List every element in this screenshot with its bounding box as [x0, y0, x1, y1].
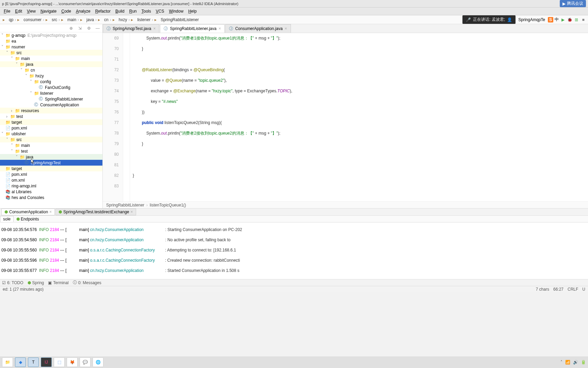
menu-view[interactable]: View — [24, 8, 38, 14]
expand-arrow-icon[interactable]: ˅ — [6, 137, 10, 142]
tree-node-test[interactable]: ˅📁test — [0, 148, 102, 154]
tree-node-cn[interactable]: ˅📁cn — [0, 67, 102, 73]
menu-vcs[interactable]: VCS — [153, 8, 167, 14]
expand-arrow-icon[interactable]: ˅ — [11, 56, 15, 61]
menu-help[interactable]: Help — [186, 8, 199, 14]
run-tab-test[interactable]: ⬢ SpringAmqpTest.testdirectExchange × — [55, 209, 136, 215]
crumb-cn[interactable]: ▸cn — [97, 17, 109, 22]
crumb-class[interactable]: SpringRabbitListener — [106, 203, 144, 208]
sub-tab-endpoints[interactable]: ⬢ Endpoints — [14, 216, 42, 222]
menu-run[interactable]: Run — [127, 8, 139, 14]
status-line-separator[interactable]: CRLF — [568, 287, 578, 292]
status-caret-position[interactable]: 66:27 — [553, 287, 564, 292]
fold-column[interactable] — [123, 33, 130, 201]
sub-tab-console[interactable]: sole — [0, 216, 14, 222]
code-editor[interactable]: System.out.println("消费者1接收到topic.queue1的… — [130, 33, 588, 201]
tree-node-ringamqpiml[interactable]: 📄ring-amqp.iml — [0, 183, 102, 189]
crumb-hxzy[interactable]: ▸hxzy — [112, 17, 128, 22]
network-icon[interactable]: 📶 — [565, 360, 570, 365]
collapse-icon[interactable]: ⇲ — [77, 26, 83, 31]
spring-tool-button[interactable]: ⬢Spring — [28, 280, 44, 285]
expand-arrow-icon[interactable]: ˅ — [6, 50, 10, 55]
terminal-tool-button[interactable]: ▣Terminal — [48, 280, 68, 285]
chrome-icon[interactable]: 🌐 — [93, 357, 103, 367]
expand-arrow-icon[interactable]: ˅ — [30, 91, 34, 96]
tree-node-listener[interactable]: ˅📁listener — [0, 90, 102, 96]
menu-file[interactable]: File — [1, 8, 13, 14]
close-icon[interactable]: × — [285, 26, 287, 31]
run-icon[interactable]: ▶ — [560, 17, 566, 22]
crumb-src[interactable]: ▸src — [45, 17, 58, 22]
menu-code[interactable]: Code — [59, 8, 74, 14]
crumb-listener[interactable]: ▸listener — [130, 17, 151, 22]
expand-arrow-icon[interactable]: ˅ — [11, 149, 15, 154]
menu-build[interactable]: Build — [113, 8, 127, 14]
wechat-icon[interactable]: 💬 — [80, 357, 91, 367]
system-tray[interactable]: ˄ 📶 🔊 🔋 — [560, 360, 586, 365]
target-icon[interactable]: ⊕ — [68, 26, 74, 31]
editor-tab-SpringAmqpTestjava[interactable]: ⒿSpringAmqpTest.java× — [103, 24, 159, 33]
menu-window[interactable]: Window — [166, 8, 186, 14]
close-icon[interactable]: × — [153, 26, 156, 31]
crumb-main[interactable]: ▸main — [61, 17, 77, 22]
editor-tab-ConsumerApplicationjava[interactable]: ⒿConsumerApplication.java× — [225, 24, 291, 33]
close-icon[interactable]: × — [49, 210, 52, 214]
firefox-icon[interactable]: 🦊 — [67, 357, 78, 367]
tree-node-hesandconsoles[interactable]: 📚hes and Consoles — [0, 195, 102, 200]
tree-node-gamqp[interactable]: ˅📁g-amqpE:\javaProject\spring-amqp — [0, 32, 102, 38]
tree-node-pomxml[interactable]: 📄pom.xml — [0, 171, 102, 177]
editor-breadcrumb[interactable]: SpringRabbitListener › listenTopicQueue1… — [103, 201, 588, 208]
menu-edit[interactable]: Edit — [13, 8, 24, 14]
tree-node-ea[interactable]: 📁ea — [0, 38, 102, 44]
tree-node-target[interactable]: 📁target — [0, 166, 102, 171]
breadcrumb[interactable]: ▸qp›▸consumer›▸src›▸main›▸java›▸cn›▸hxzy… — [2, 17, 199, 22]
debug-icon[interactable]: 🐞 — [567, 17, 572, 22]
tree-node-allibraries[interactable]: 📚al Libraries — [0, 189, 102, 195]
tree-node-resources[interactable]: ›📁resources — [0, 108, 102, 113]
status-encoding[interactable]: U — [582, 287, 585, 292]
expand-arrow-icon[interactable]: ˅ — [1, 45, 5, 49]
tree-node-target[interactable]: 📁target — [0, 119, 102, 125]
app-icon[interactable]: ⬚ — [54, 357, 65, 367]
crumb-qp[interactable]: ▸qp — [2, 17, 14, 22]
gear-icon[interactable]: ⚙ — [86, 26, 92, 31]
expand-arrow-icon[interactable]: ˅ — [25, 74, 29, 78]
volume-icon[interactable]: 🔊 — [573, 360, 578, 365]
menu-refactor[interactable]: Refactor — [93, 8, 113, 14]
expand-arrow-icon[interactable]: › — [11, 108, 15, 113]
tree-node-nsumer[interactable]: ˅📁nsumer — [0, 44, 102, 50]
crumb-consumer[interactable]: ▸consumer — [17, 17, 42, 22]
expand-arrow-icon[interactable]: ˅ — [16, 62, 20, 67]
close-icon[interactable]: × — [131, 210, 133, 214]
crumb-SpringRabbitListener[interactable]: ▸SpringRabbitListener — [154, 17, 199, 22]
tree-node-springrabbitlistener[interactable]: ⒸSpringRabbitListener — [0, 96, 102, 102]
tree-node-hxzy[interactable]: ˅📁hxzy — [0, 73, 102, 79]
tree-node-config[interactable]: ˅📁config — [0, 79, 102, 85]
tree-node-ublisher[interactable]: ˅📁ublisher — [0, 131, 102, 137]
expand-arrow-icon[interactable]: ˅ — [16, 155, 20, 159]
tree-node-fanoutconfig[interactable]: ⒸFanOutConfig — [0, 85, 102, 90]
tray-chevron-icon[interactable]: ˄ — [560, 360, 562, 365]
tree-node-src[interactable]: ˅📁src — [0, 137, 102, 142]
tree-node-pomxml[interactable]: 📄pom.xml — [0, 125, 102, 131]
tree-node-test[interactable]: ›📁test — [0, 113, 102, 119]
expand-arrow-icon[interactable]: ˅ — [11, 143, 15, 148]
tree-node-main[interactable]: ˅📁main — [0, 142, 102, 148]
messages-tool-button[interactable]: ⓘ0: Messages — [73, 280, 101, 286]
menu-analyze[interactable]: Analyze — [74, 8, 93, 14]
tree-node-java[interactable]: ˅📁java — [0, 154, 102, 160]
file-explorer-icon[interactable]: 📁 — [2, 357, 13, 367]
typora-icon[interactable]: T — [28, 357, 39, 367]
tree-node-omxml[interactable]: 📄om.xml — [0, 177, 102, 183]
run-tab-consumer[interactable]: ⬢ ConsumerApplication × — [1, 209, 55, 215]
tree-node-springamqptest[interactable]: ⒸSpringAmqpTest — [0, 160, 102, 166]
intellij-icon[interactable]: IJ — [41, 357, 52, 367]
stop-icon[interactable]: ■ — [581, 17, 586, 22]
editor-tab-SpringRabbitListenerjava[interactable]: ⒿSpringRabbitListener.java× — [160, 24, 225, 33]
tree-node-java[interactable]: ˅📁java — [0, 61, 102, 67]
console-output[interactable]: 09-08 10:35:54:576 INFO 2184 --- [ main]… — [0, 223, 588, 279]
tree-node-consumerapplication[interactable]: ⒸConsumerApplication — [0, 102, 102, 108]
tree-node-main[interactable]: ˅📁main — [0, 56, 102, 61]
crumb-java[interactable]: ▸java — [80, 17, 95, 22]
expand-arrow-icon[interactable]: ˅ — [30, 79, 34, 84]
